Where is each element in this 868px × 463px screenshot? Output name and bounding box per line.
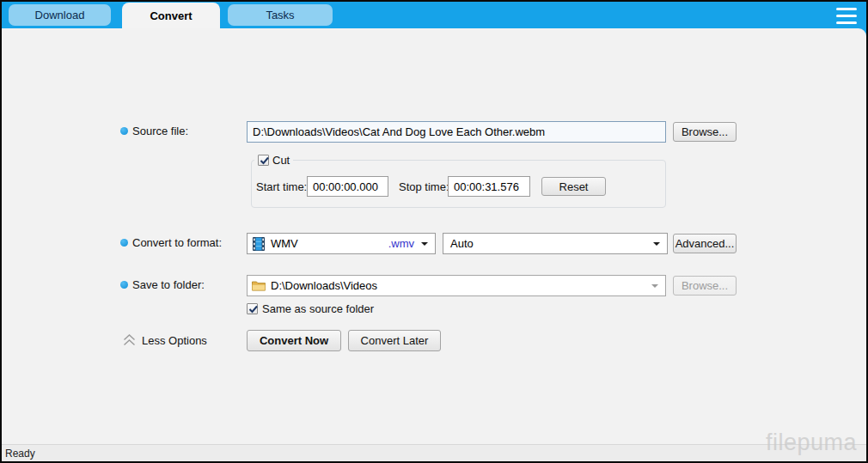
chevron-down-icon (653, 242, 660, 246)
convert-later-label: Convert Later (361, 334, 429, 347)
stop-time-input[interactable]: 00:00:31.576 (448, 176, 530, 197)
advanced-button[interactable]: Advanced... (673, 234, 737, 253)
same-folder-checkbox[interactable] (247, 303, 258, 314)
start-time-input[interactable]: 00:00:00.000 (307, 176, 388, 197)
cut-checkbox[interactable] (258, 155, 269, 166)
convert-now-label: Convert Now (260, 334, 328, 347)
check-icon (259, 155, 271, 167)
tab-download-label: Download (35, 9, 85, 21)
status-bar: Ready (2, 444, 866, 461)
save-browse-button: Browse... (673, 276, 737, 295)
tab-download[interactable]: Download (9, 4, 111, 26)
convert-now-button[interactable]: Convert Now (247, 330, 341, 351)
start-time-label: Start time: (256, 180, 307, 193)
same-folder-label: Same as source folder (262, 302, 374, 315)
status-text: Ready (2, 448, 35, 460)
save-folder-value: D:\Downloads\Videos (271, 279, 377, 292)
cut-label: Cut (272, 154, 290, 167)
double-chevron-up-icon (123, 334, 136, 346)
less-options-label[interactable]: Less Options (142, 334, 207, 347)
format-label: Convert to format: (132, 236, 222, 249)
save-folder-combobox[interactable]: D:\Downloads\Videos (247, 275, 666, 296)
source-file-label: Source file: (132, 125, 188, 137)
tab-tasks[interactable]: Tasks (228, 4, 333, 26)
cut-legend: Cut (254, 154, 293, 167)
stop-time-value: 00:00:31.576 (454, 180, 519, 193)
convert-later-button[interactable]: Convert Later (348, 330, 441, 351)
same-folder-row: Same as source folder (247, 302, 374, 315)
bullet-icon (120, 127, 128, 135)
tab-tasks-label: Tasks (266, 9, 294, 21)
source-browse-label: Browse... (682, 125, 728, 138)
format-extension: .wmv (388, 237, 414, 250)
advanced-label: Advanced... (675, 237, 735, 250)
converter-window: Download Convert Tasks Source file: D:\D… (0, 0, 868, 463)
hamburger-menu-icon[interactable] (836, 8, 859, 24)
quality-combobox[interactable]: Auto (443, 233, 668, 254)
less-options-toggle[interactable] (123, 334, 136, 350)
reset-label: Reset (559, 180, 589, 193)
reset-button[interactable]: Reset (541, 177, 606, 196)
save-browse-label: Browse... (682, 279, 728, 292)
format-combobox[interactable]: WMV .wmv (247, 233, 436, 254)
source-file-value: D:\Downloads\Videos\Cat And Dog Love Eac… (253, 125, 545, 138)
chevron-down-icon (651, 284, 658, 288)
source-file-input[interactable]: D:\Downloads\Videos\Cat And Dog Love Eac… (247, 121, 666, 143)
tab-convert[interactable]: Convert (122, 3, 220, 28)
source-browse-button[interactable]: Browse... (673, 122, 737, 142)
convert-panel: Source file: D:\Downloads\Videos\Cat And… (2, 28, 866, 444)
chevron-down-icon (421, 242, 428, 246)
folder-icon (252, 280, 266, 291)
save-folder-label: Save to folder: (132, 278, 205, 291)
film-strip-icon (252, 237, 266, 251)
quality-value: Auto (450, 237, 474, 250)
check-icon (248, 303, 260, 315)
bullet-icon (120, 239, 128, 247)
tab-convert-label: Convert (150, 9, 192, 22)
format-codec: WMV (271, 237, 298, 250)
bullet-icon (120, 281, 128, 289)
stop-time-label: Stop time: (399, 180, 449, 193)
start-time-value: 00:00:00.000 (313, 180, 378, 193)
